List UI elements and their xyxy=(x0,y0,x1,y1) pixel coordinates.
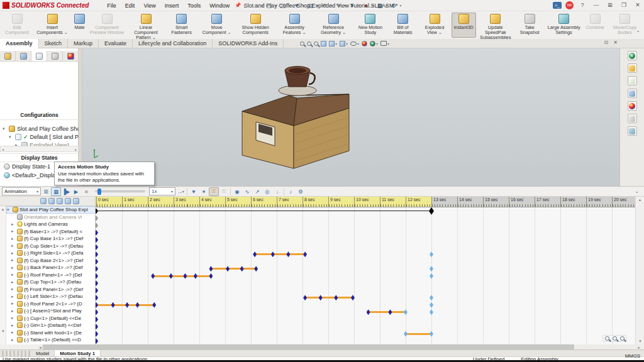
twisty-icon[interactable]: ▸ xyxy=(11,294,16,299)
view-orientation-icon[interactable]: ▾ xyxy=(329,41,337,47)
key-point-dark[interactable] xyxy=(319,295,323,300)
help-icon[interactable]: ? xyxy=(577,1,587,9)
key-point-dark[interactable] xyxy=(96,338,98,344)
key-point-dark[interactable] xyxy=(152,302,156,308)
scroll-up-icon[interactable]: ▲ xyxy=(0,206,6,211)
key-point-dark[interactable] xyxy=(111,302,115,308)
motion-tree-scrollbar[interactable]: ▲▼ xyxy=(0,206,6,344)
section-view-icon[interactable] xyxy=(321,41,326,47)
view-palette-icon[interactable] xyxy=(628,89,637,98)
key-point-dark[interactable] xyxy=(226,266,230,272)
key-point-dark[interactable] xyxy=(136,302,140,308)
custom-properties-icon[interactable] xyxy=(628,114,637,123)
instant3d-button[interactable]: Instant3D xyxy=(452,13,476,38)
playback-mode-button[interactable]: →▾ xyxy=(175,187,186,196)
motion-tree-row[interactable]: ▸(-) Girl<1> (Default) <<Def xyxy=(11,322,96,329)
motion-tree-row[interactable]: ▸(-) Back Panel<1> ->? (Def xyxy=(11,264,96,272)
minimize-button[interactable]: — xyxy=(591,1,601,9)
close-button[interactable]: ✕ xyxy=(633,1,643,9)
exploded-view-button[interactable]: Exploded View ⌄ xyxy=(418,13,451,38)
mate-button[interactable]: Mate xyxy=(72,13,87,38)
twisty-icon[interactable]: ▾ xyxy=(9,134,13,140)
show-hidden-components-button[interactable]: Show Hidden Components xyxy=(236,13,275,38)
twisty-icon[interactable]: ▸ xyxy=(11,272,16,277)
motion-tree-row[interactable]: ▸(f) Cup Top<1> ->? (Defau xyxy=(11,278,96,286)
motion-tree-row[interactable]: ▸(f) Cup Base 1<1> ->? (Def xyxy=(11,235,96,243)
reference-geometry-button[interactable]: Reference Geometry ⌄ xyxy=(314,13,353,38)
key-point-dark[interactable] xyxy=(96,273,98,279)
key-point-light[interactable] xyxy=(430,331,433,337)
view-settings-icon[interactable]: ▾ xyxy=(380,41,389,46)
zoom-to-area-icon[interactable] xyxy=(307,41,311,46)
timebar-slider[interactable] xyxy=(95,190,145,192)
key-point-gray[interactable] xyxy=(96,222,98,228)
key-point-dark[interactable] xyxy=(96,259,98,265)
user-badge[interactable]: IW xyxy=(565,1,574,9)
large-assembly-settings-button[interactable]: Large Assembly Settings xyxy=(545,13,584,38)
timeline-vertical-scrollbar[interactable]: ▲▼ xyxy=(635,197,644,344)
key-point-light[interactable] xyxy=(430,302,433,308)
key-point-dark[interactable] xyxy=(194,273,197,279)
key-point-black[interactable] xyxy=(96,208,98,214)
key-point-dark[interactable] xyxy=(96,309,98,315)
twisty-icon[interactable]: ▸ xyxy=(11,222,16,227)
tab-lifecycle-and-collaboration[interactable]: Lifecycle and Collaboration xyxy=(133,39,213,48)
key-point-dark[interactable] xyxy=(96,302,98,308)
config-tree-item[interactable]: ▾✓Default [ Slot and Play Cof xyxy=(9,133,87,141)
tab-evaluate[interactable]: Evaluate xyxy=(99,39,133,48)
motion-tree-row[interactable]: ▸Lights and Cameras xyxy=(11,221,96,228)
key-point-dark[interactable] xyxy=(96,237,98,243)
no-sound-button[interactable]: ♪ xyxy=(286,187,296,196)
key-point-dark[interactable] xyxy=(96,230,98,236)
motor-button[interactable]: ◉ xyxy=(232,187,242,196)
key-point-dark[interactable] xyxy=(183,273,187,279)
slider-thumb[interactable] xyxy=(97,189,101,195)
move-component-button[interactable]: Move Component ⌄ xyxy=(197,13,236,38)
timeline-ruler[interactable]: 0 sec1 sec2 sec3 sec4 sec5 sec6 sec7 sec… xyxy=(96,197,635,207)
motion-tree-row[interactable]: ▸(f) Base<1> ->? (Default) < xyxy=(11,228,96,236)
playback-speed-select[interactable]: 1x ▾ xyxy=(149,187,175,195)
camera-icon[interactable] xyxy=(48,198,55,204)
twisty-icon[interactable]: ▾ xyxy=(7,207,11,212)
twisty-icon[interactable]: ▸ xyxy=(11,280,16,285)
motion-tree-row[interactable]: ▸(f) Cup Base 2<1> ->? (Def xyxy=(11,257,96,265)
key-point-gray[interactable] xyxy=(96,216,98,221)
scroll-down-icon[interactable]: ▼ xyxy=(638,339,642,343)
key-point-light[interactable] xyxy=(430,309,433,315)
key-point-dark[interactable] xyxy=(151,273,155,279)
twisty-icon[interactable]: ▸ xyxy=(11,301,16,306)
panel-tab-configurationmanager[interactable] xyxy=(31,51,47,61)
access-motion-study-button[interactable]: ▦ xyxy=(51,187,61,196)
motion-study-properties-button[interactable]: ⚙ xyxy=(296,187,306,196)
key-point-dark[interactable] xyxy=(96,280,98,286)
key-point-dark[interactable] xyxy=(96,317,98,322)
key-point-dark[interactable] xyxy=(96,251,98,257)
motion-tree-row[interactable]: ▸(-) Table<1> (Default) <<D xyxy=(11,336,96,344)
menu-file[interactable]: File xyxy=(103,1,121,10)
play-button[interactable]: ▶ xyxy=(71,187,81,196)
key-point-dark[interactable] xyxy=(286,251,290,257)
threedexperience-home-icon[interactable] xyxy=(628,51,637,60)
zoom-tree-icon[interactable] xyxy=(73,198,79,204)
edit-appearance-icon[interactable] xyxy=(362,41,367,47)
timeline-zoom-fit-icon[interactable] xyxy=(613,336,617,341)
play-from-start-button[interactable]: ▐▶ xyxy=(61,187,71,196)
motion-tree-row[interactable]: ▸(-) Roof Panel 2<1> ->? (D xyxy=(11,300,96,308)
key-point-dark[interactable] xyxy=(96,288,98,293)
tab-sketch[interactable]: Sketch xyxy=(39,39,69,48)
assembly-features-button[interactable]: Assembly Features ⌄ xyxy=(275,13,314,38)
motion-tree-row[interactable]: ▸(-) Right Side<1> ->? (Defa xyxy=(11,250,96,257)
autokey-button[interactable]: ⚿ xyxy=(209,187,219,196)
key-point-dark[interactable] xyxy=(209,273,213,279)
key-point-light[interactable] xyxy=(404,309,408,315)
key-point-dark[interactable] xyxy=(125,302,129,308)
tab-markup[interactable]: Markup xyxy=(68,39,99,48)
key-point-light[interactable] xyxy=(404,331,408,337)
close-pane-icon[interactable]: ✕ xyxy=(613,40,618,45)
twisty-icon[interactable]: ▸ xyxy=(11,287,16,292)
twisty-icon[interactable]: ▸ xyxy=(11,337,16,343)
key-point-dark[interactable] xyxy=(96,244,98,250)
filter-wand-icon[interactable] xyxy=(65,198,71,204)
menu-insert[interactable]: Insert xyxy=(160,1,184,10)
menu-view[interactable]: View xyxy=(139,1,160,10)
